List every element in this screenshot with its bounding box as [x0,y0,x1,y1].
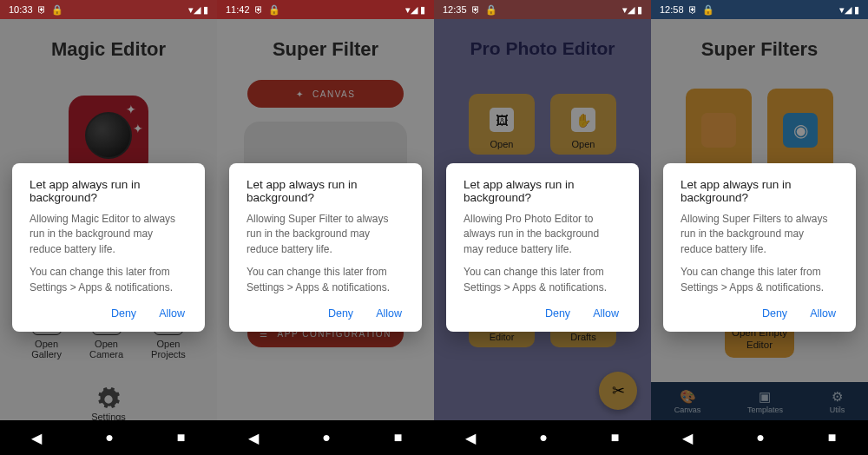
dialog-title: Let app always run in background? [30,178,187,204]
dialog-body: Allowing Super Filter to always run in t… [247,212,404,257]
status-bar: 10:33 ⛨ 🔒 ▾◢ ▮ [0,0,217,19]
phone-super-filters: 12:58 ⛨ 🔒 ▾◢ ▮ Super Filters ◉ ✎ Open Em… [651,0,868,455]
battery-icon: ▮ [637,4,642,16]
status-bar: 12:58 ⛨ 🔒 ▾◢ ▮ [651,0,868,19]
system-nav-bar: ◀ ● ■ [651,420,868,455]
deny-button[interactable]: Deny [108,303,139,324]
background-permission-dialog: Let app always run in background? Allowi… [663,163,856,332]
dialog-body: Allowing Pro Photo Editor to always run … [464,212,621,257]
dialog-hint: You can change this later from Settings … [30,265,187,295]
back-icon[interactable]: ◀ [465,430,476,446]
lock-icon: 🔒 [702,4,714,16]
shield-icon: ⛨ [37,4,47,15]
recents-icon[interactable]: ■ [177,430,186,445]
recents-icon[interactable]: ■ [394,430,403,445]
dialog-body: Allowing Super Filters to always run in … [681,212,838,257]
battery-icon: ▮ [203,4,208,16]
phone-super-filter: 11:42 ⛨ 🔒 ▾◢ ▮ Super Filter ✦ CANVAS GAL… [217,0,434,455]
shield-icon: ⛨ [254,4,264,15]
deny-button[interactable]: Deny [326,303,356,324]
dialog-title: Let app always run in background? [247,178,404,204]
back-icon[interactable]: ◀ [248,430,259,446]
home-icon[interactable]: ● [756,430,765,445]
wifi-icon: ▾◢ [405,4,418,16]
allow-button[interactable]: Allow [156,303,187,324]
system-nav-bar: ◀ ● ■ [217,420,434,455]
clock: 12:35 [443,4,467,15]
dialog-title: Let app always run in background? [464,178,621,204]
system-nav-bar: ◀ ● ■ [0,420,217,455]
wifi-icon: ▾◢ [622,4,635,16]
lock-icon: 🔒 [51,4,63,16]
dialog-hint: You can change this later from Settings … [681,265,838,295]
clock: 12:58 [660,4,684,15]
home-icon[interactable]: ● [322,430,331,445]
background-permission-dialog: Let app always run in background? Allowi… [12,163,205,332]
wifi-icon: ▾◢ [839,4,852,16]
back-icon[interactable]: ◀ [31,430,42,446]
wifi-icon: ▾◢ [188,4,201,16]
deny-button[interactable]: Deny [542,303,573,324]
battery-icon: ▮ [420,4,425,16]
recents-icon[interactable]: ■ [828,430,837,445]
background-permission-dialog: Let app always run in background? Allowi… [446,163,639,332]
background-permission-dialog: Let app always run in background? Allowi… [229,163,422,332]
allow-button[interactable]: Allow [807,303,838,324]
home-icon[interactable]: ● [105,430,114,445]
home-icon[interactable]: ● [539,430,548,445]
recents-icon[interactable]: ■ [611,430,620,445]
clock: 11:42 [226,4,250,15]
lock-icon: 🔒 [268,4,280,16]
lock-icon: 🔒 [485,4,497,16]
clock: 10:33 [9,4,33,15]
back-icon[interactable]: ◀ [682,430,693,446]
allow-button[interactable]: Allow [373,303,404,324]
system-nav-bar: ◀ ● ■ [434,420,651,455]
phone-magic-editor: 10:33 ⛨ 🔒 ▾◢ ▮ Magic Editor ✦ ✦ ▧ Open G… [0,0,217,455]
phone-pro-photo-editor: 12:35 ⛨ 🔒 ▾◢ ▮ Pro Photo Editor 🖼 Open ✋… [434,0,651,455]
shield-icon: ⛨ [471,4,481,15]
status-bar: 11:42 ⛨ 🔒 ▾◢ ▮ [217,0,434,19]
dialog-hint: You can change this later from Settings … [464,265,621,295]
shield-icon: ⛨ [688,4,698,15]
dialog-hint: You can change this later from Settings … [247,265,404,295]
allow-button[interactable]: Allow [590,303,621,324]
status-bar: 12:35 ⛨ 🔒 ▾◢ ▮ [434,0,651,19]
deny-button[interactable]: Deny [760,303,790,324]
dialog-body: Allowing Magic Editor to always run in t… [30,212,187,257]
battery-icon: ▮ [854,4,859,16]
dialog-title: Let app always run in background? [681,178,838,204]
